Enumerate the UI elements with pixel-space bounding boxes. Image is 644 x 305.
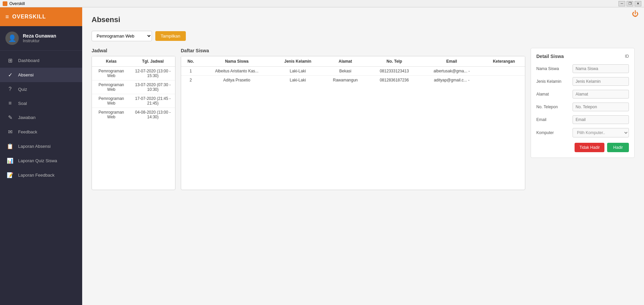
main-content: Absensi Pemrograman Web Tampilkan Jadwal… [82, 7, 644, 305]
jadwal-table: Kelas Tgl. Jadwal Pemrograman Web12-07-2… [92, 56, 175, 121]
daftar-col-email: Email [420, 56, 483, 67]
sidebar-label-quiz: Quiz [18, 87, 27, 92]
siswa-alamat: Rawamangun [322, 76, 368, 85]
siswa-email: adityap@gmail.c... - [420, 76, 483, 85]
kelas-select[interactable]: Pemrograman Web [92, 31, 152, 41]
detail-id-label: ID [625, 54, 629, 59]
sidebar-item-laporan-absensi[interactable]: 📋 Laporan Absensi [0, 139, 82, 154]
form-row-nama: Nama Siswa [536, 64, 629, 73]
table-row[interactable]: Pemrograman Web12-07-2020 (13:00 - 15:30… [92, 67, 175, 80]
brand-name: OVERSKILL [12, 14, 46, 20]
sidebar-item-dashboard[interactable]: ⊞ Dashboard [0, 53, 82, 68]
daftar-col-jenis-kelamin: Jenis Kelamin [273, 56, 323, 67]
daftar-table: No.Nama SiswaJenis KelaminAlamatNo. Telp… [181, 56, 525, 84]
jadwal-panel-title: Jadwal [92, 48, 175, 53]
label-nama-siswa: Nama Siswa [536, 66, 570, 71]
sidebar-label-laporan-feedback: Laporan Feedback [18, 173, 54, 178]
detail-panel-title: Detail Siswa [536, 54, 564, 59]
sidebar-item-quiz[interactable]: ? Quiz [0, 82, 82, 96]
jawaban-icon: ✎ [7, 114, 13, 121]
siswa-jenis-kelamin: Laki-Laki [273, 76, 323, 85]
sidebar-header: ≡ OVERSKILL [0, 7, 82, 26]
detail-siswa-panel: Detail Siswa ID Nama Siswa Jenis Kelamin… [531, 48, 635, 296]
soal-icon: ≡ [7, 100, 13, 106]
jadwal-tgl: 17-07-2020 (21:45 - 21:45) [131, 94, 175, 108]
detail-panel-card: Detail Siswa ID Nama Siswa Jenis Kelamin… [531, 48, 635, 158]
form-row-email: Email [536, 115, 629, 124]
form-row-no-telepon: No. Telepon [536, 103, 629, 111]
filter-row: Pemrograman Web Tampilkan [92, 31, 635, 41]
daftar-siswa-panel: Daftar Siswa No.Nama SiswaJenis KelaminA… [181, 48, 525, 296]
input-jenis-kelamin[interactable] [573, 77, 629, 86]
form-row-alamat: Alamat [536, 90, 629, 99]
hamburger-icon[interactable]: ≡ [5, 13, 9, 20]
siswa-no: 2 [181, 76, 200, 85]
laporan-absensi-icon: 📋 [7, 143, 13, 149]
page-title: Absensi [92, 15, 635, 24]
select-komputer[interactable]: Pilih Komputer.. [573, 128, 629, 137]
form-row-komputer: Komputer Pilih Komputer.. [536, 128, 629, 137]
input-email[interactable] [573, 115, 629, 124]
avatar: 👤 [5, 32, 19, 45]
restore-button[interactable]: ❐ [627, 1, 633, 6]
jadwal-kelas: Pemrograman Web [92, 94, 131, 108]
label-alamat: Alamat [536, 92, 570, 97]
jadwal-tgl: 12-07-2020 (13:00 - 15:30) [131, 67, 175, 80]
avatar-icon: 👤 [8, 34, 16, 42]
action-row: Tidak Hadir Hadir [536, 143, 629, 152]
dashboard-icon: ⊞ [7, 57, 13, 64]
tidak-hadir-button[interactable]: Tidak Hadir [575, 143, 604, 152]
sidebar-item-laporan-feedback[interactable]: 📝 Laporan Feedback [0, 168, 82, 182]
daftar-col-alamat: Alamat [322, 56, 368, 67]
siswa-no-telp: 0812333123413 [368, 67, 420, 76]
tampilkan-button[interactable]: Tampilkan [155, 31, 186, 41]
form-row-jenis-kelamin: Jenis Kelamin [536, 77, 629, 86]
siswa-email: albertusak@gma... - [420, 67, 483, 76]
siswa-keterangan [483, 76, 525, 85]
sidebar-label-jawaban: Jawaban [18, 115, 36, 120]
sidebar-item-feedback[interactable]: ✉ Feedback [0, 125, 82, 139]
sidebar-label-laporan-absensi: Laporan Absensi [18, 144, 51, 149]
sidebar-label-laporan-quiz-siswa: Laporan Quiz Siswa [18, 158, 57, 163]
table-row[interactable]: Pemrograman Web13-07-2020 (07:30 - 10:30… [92, 80, 175, 94]
label-no-telepon: No. Telepon [536, 105, 570, 109]
laporan-feedback-icon: 📝 [7, 172, 13, 178]
sidebar-item-laporan-quiz-siswa[interactable]: 📊 Laporan Quiz Siswa [0, 154, 82, 168]
window-controls[interactable]: ─ ❐ ✕ [619, 1, 641, 6]
sidebar-item-jawaban[interactable]: ✎ Jawaban [0, 110, 82, 125]
siswa-nama: Albeitus Aristianto Kas... [200, 67, 273, 76]
user-role: Instruktur [23, 39, 56, 43]
input-no-telepon[interactable] [573, 103, 629, 111]
jadwal-kelas: Pemrograman Web [92, 108, 131, 122]
hadir-button[interactable]: Hadir [607, 143, 629, 152]
nav-menu: ⊞ Dashboard ✓ Absensi ? Quiz ≡ Soal ✎ Ja… [0, 51, 82, 305]
label-email: Email [536, 117, 570, 122]
minimize-button[interactable]: ─ [619, 1, 625, 6]
daftar-table-container: No.Nama SiswaJenis KelaminAlamatNo. Telp… [181, 56, 525, 190]
jadwal-kelas: Pemrograman Web [92, 80, 131, 94]
jadwal-col-tgl: Tgl. Jadwal [131, 56, 175, 67]
close-button[interactable]: ✕ [635, 1, 641, 6]
siswa-nama: Aditya Prasetio [200, 76, 273, 85]
table-row[interactable]: Pemrograman Web04-08-2020 (13:00 - 14:30… [92, 108, 175, 122]
power-button[interactable]: ⏻ [632, 10, 639, 18]
table-row[interactable]: 1 Albeitus Aristianto Kas... Laki-Laki B… [181, 67, 525, 76]
input-nama-siswa[interactable] [573, 64, 629, 73]
user-name: Reza Gunawan [23, 33, 56, 39]
table-row[interactable]: Pemrograman Web17-07-2020 (21:45 - 21:45… [92, 94, 175, 108]
title-bar: Overskill ─ ❐ ✕ [0, 0, 644, 7]
siswa-alamat: Bekasi [322, 67, 368, 76]
input-alamat[interactable] [573, 90, 629, 99]
table-row[interactable]: 2 Aditya Prasetio Laki-Laki Rawamangun 0… [181, 76, 525, 85]
feedback-icon: ✉ [7, 129, 13, 135]
sidebar-item-soal[interactable]: ≡ Soal [0, 96, 82, 110]
sidebar-item-absensi[interactable]: ✓ Absensi [0, 68, 82, 82]
siswa-no: 1 [181, 67, 200, 76]
sidebar-label-dashboard: Dashboard [18, 58, 40, 63]
jadwal-tgl: 13-07-2020 (07:30 - 10:30) [131, 80, 175, 94]
sidebar-label-soal: Soal [18, 101, 27, 106]
title-bar-text: Overskill [9, 1, 25, 6]
jadwal-kelas: Pemrograman Web [92, 67, 131, 80]
siswa-keterangan [483, 67, 525, 76]
user-section: 👤 Reza Gunawan Instruktur [0, 26, 82, 51]
